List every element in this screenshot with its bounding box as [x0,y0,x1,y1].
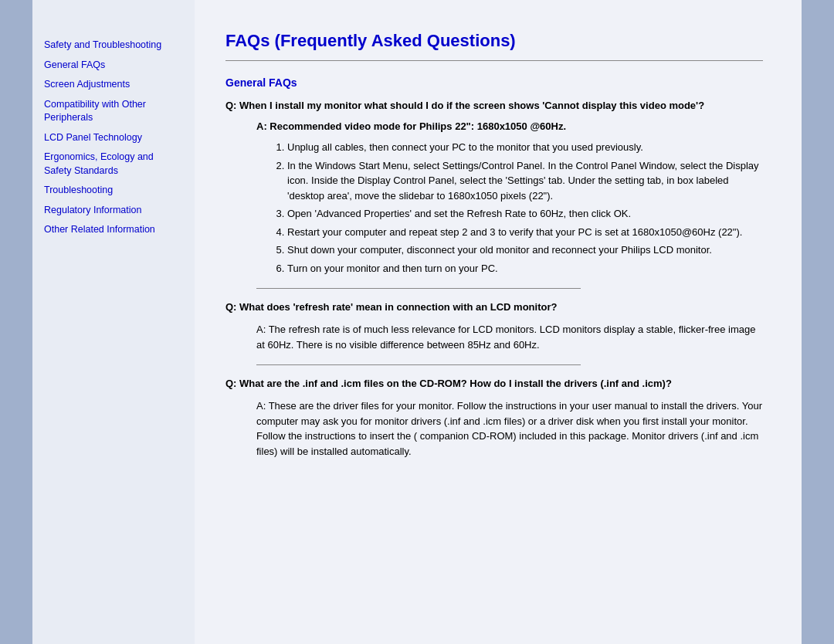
q2-text: Q: What does 'refresh rate' mean in conn… [225,301,557,313]
section-divider-2 [256,364,581,365]
sidebar: Safety and Troubleshooting General FAQs … [32,0,195,644]
question-3: Q: What are the .inf and .icm files on t… [225,378,763,389]
qa-block-2: Q: What does 'refresh rate' mean in conn… [225,301,763,352]
answer-1-bold: A: Recommended video mode for Philips 22… [225,120,763,132]
section-divider-1 [256,288,581,289]
left-accent-bar [0,0,32,644]
step-1-6: Turn on your monitor and then turn on yo… [287,261,763,276]
step-1-2: In the Windows Start Menu, select Settin… [287,158,763,204]
answer-2: A: The refresh rate is of much less rele… [225,322,763,352]
step-1-1: Unplug all cables, then connect your PC … [287,140,763,155]
a1-bold-text: A: Recommended video mode for Philips 22… [256,120,566,132]
a3-text: A: These are the driver files for your m… [256,400,762,457]
q1-text: Q: When I install my monitor what should… [225,100,704,111]
sidebar-item-compatibility[interactable]: Compatibility with Other Peripherals [44,98,183,125]
sidebar-item-screen-adjustments[interactable]: Screen Adjustments [44,78,183,92]
page-title: FAQs (Frequently Asked Questions) [225,31,763,51]
qa-block-1: Q: When I install my monitor what should… [225,100,763,276]
question-1: Q: When I install my monitor what should… [225,100,763,111]
sidebar-item-regulatory[interactable]: Regulatory Information [44,204,183,218]
question-2: Q: What does 'refresh rate' mean in conn… [225,301,763,313]
qa-block-3: Q: What are the .inf and .icm files on t… [225,378,763,459]
sidebar-item-general-faqs[interactable]: General FAQs [44,59,183,73]
sidebar-item-other-related[interactable]: Other Related Information [44,223,183,237]
a2-text: A: The refresh rate is of much less rele… [256,324,755,351]
step-1-5: Shut down your computer, disconnect your… [287,242,763,258]
sidebar-item-safety[interactable]: Safety and Troubleshooting [44,39,183,53]
answer-1-steps: Unplug all cables, then connect your PC … [225,140,763,276]
sidebar-item-lcd-panel[interactable]: LCD Panel Technology [44,131,183,145]
answer-3: A: These are the driver files for your m… [225,398,763,459]
main-content: FAQs (Frequently Asked Questions) Genera… [195,0,802,644]
q3-text: Q: What are the .inf and .icm files on t… [225,378,672,389]
title-divider [225,60,763,61]
right-accent-bar [802,0,834,644]
step-1-4: Restart your computer and repeat step 2 … [287,225,763,240]
section-title: General FAQs [225,76,763,89]
sidebar-item-troubleshooting[interactable]: Troubleshooting [44,184,183,198]
step-1-3: Open 'Advanced Properties' and set the R… [287,206,763,222]
sidebar-item-ergonomics[interactable]: Ergonomics, Ecology and Safety Standards [44,151,183,178]
